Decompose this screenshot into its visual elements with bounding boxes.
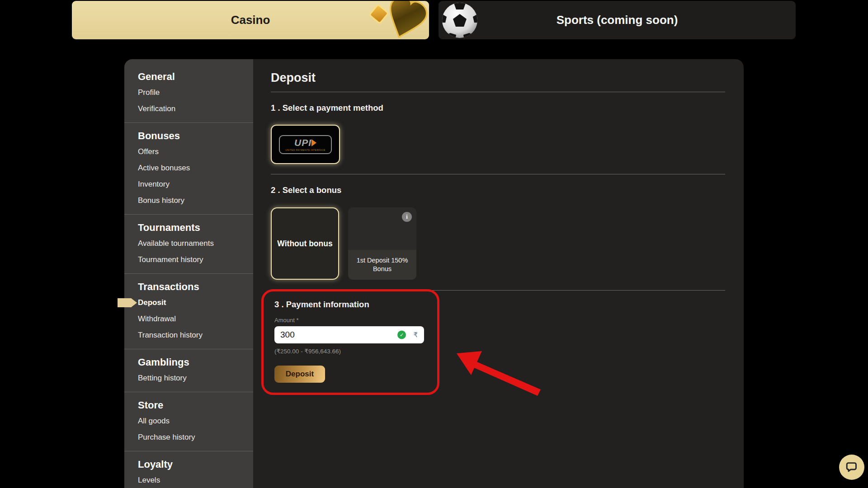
sidebar-section-title: General <box>124 71 253 83</box>
info-icon[interactable]: i <box>402 212 412 222</box>
divider <box>271 92 725 92</box>
step2-heading: 2 . Select a bonus <box>271 185 725 195</box>
step3-heading: 3 . Payment information <box>274 300 426 310</box>
upi-arrow-icon <box>311 139 316 146</box>
chat-launcher-button[interactable] <box>839 455 864 480</box>
divider <box>271 174 725 174</box>
sidebar-item-offers[interactable]: Offers <box>124 144 253 160</box>
tab-casino-label: Casino <box>231 13 270 27</box>
account-panel: General Profile Verification Bonuses Off… <box>124 59 744 488</box>
sidebar-section-general: General Profile Verification <box>124 64 253 122</box>
sidebar-section-title: Loyalty <box>124 459 253 470</box>
tab-sports[interactable]: Sports (coming soon) <box>439 1 796 39</box>
sidebar-item-inventory[interactable]: Inventory <box>124 176 253 192</box>
sidebar-item-verification[interactable]: Verification <box>124 101 253 117</box>
top-tab-bar: Casino <box>0 0 868 41</box>
sidebar-item-profile[interactable]: Profile <box>124 84 253 101</box>
sidebar-section-title: Store <box>124 399 253 411</box>
valid-check-icon: ✓ <box>397 331 406 339</box>
sidebar-item-all-goods[interactable]: All goods <box>124 413 253 429</box>
amount-range-hint: (₹250.00 - ₹956,643.66) <box>274 347 426 355</box>
sidebar-section-tournaments: Tournaments Available tournaments Tourna… <box>124 214 253 273</box>
bonus-option-without-bonus[interactable]: Without bonus <box>271 207 339 280</box>
sidebar-item-withdrawal[interactable]: Withdrawal <box>124 311 253 327</box>
sidebar-section-loyalty: Loyalty Levels Loyalty program <box>124 451 253 488</box>
bonus-option-first-deposit[interactable]: i 1st Deposit 150% Bonus <box>348 207 416 280</box>
deposit-content: Deposit 1 . Select a payment method UPI … <box>253 59 744 488</box>
soccer-ball-icon <box>439 2 480 38</box>
sidebar-section-store: Store All goods Purchase history <box>124 392 253 451</box>
payment-information-highlight: 3 . Payment information Amount * ✓ ₹ (₹2… <box>261 289 439 395</box>
sidebar: General Profile Verification Bonuses Off… <box>124 59 253 488</box>
sidebar-item-tournament-history[interactable]: Tournament history <box>124 252 253 268</box>
sidebar-item-transaction-history[interactable]: Transaction history <box>124 327 253 343</box>
card-suits-icon <box>366 1 429 39</box>
sidebar-item-deposit[interactable]: Deposit <box>124 295 253 311</box>
deposit-submit-button[interactable]: Deposit <box>274 366 325 383</box>
sidebar-section-transactions: Transactions Deposit Withdrawal Transact… <box>124 273 253 349</box>
sidebar-section-title: Gamblings <box>124 357 253 368</box>
amount-label: Amount * <box>274 317 426 324</box>
upi-logo-caption: UNITED PAYMENTS INTERFACE <box>285 149 326 151</box>
sidebar-section-gamblings: Gamblings Betting history <box>124 349 253 392</box>
sidebar-section-title: Tournaments <box>124 222 253 234</box>
active-item-marker-icon <box>118 298 137 307</box>
sidebar-item-levels[interactable]: Levels <box>124 472 253 488</box>
page-title: Deposit <box>271 71 725 85</box>
sidebar-section-title: Bonuses <box>124 130 253 142</box>
bonus-option-label: Without bonus <box>277 239 332 249</box>
sidebar-item-active-bonuses[interactable]: Active bonuses <box>124 160 253 176</box>
bonus-options-row: Without bonus i 1st Deposit 150% Bonus <box>271 207 725 280</box>
chat-bubble-icon <box>845 460 859 474</box>
sidebar-section-bonuses: Bonuses Offers Active bonuses Inventory … <box>124 122 253 214</box>
tab-sports-label: Sports (coming soon) <box>557 13 678 27</box>
amount-field-wrap: ✓ ₹ <box>274 326 424 343</box>
payment-method-upi-card[interactable]: UPI UNITED PAYMENTS INTERFACE <box>271 125 340 164</box>
tab-casino[interactable]: Casino <box>72 1 429 39</box>
bonus-option-label: 1st Deposit 150% Bonus <box>348 250 416 280</box>
currency-rupee-icon: ₹ <box>413 331 418 339</box>
sidebar-section-title: Transactions <box>124 281 253 293</box>
sidebar-item-label: Deposit <box>138 298 166 307</box>
step1-heading: 1 . Select a payment method <box>271 103 725 113</box>
sidebar-item-available-tournaments[interactable]: Available tournaments <box>124 235 253 252</box>
upi-logo: UPI UNITED PAYMENTS INTERFACE <box>279 135 332 154</box>
sidebar-item-purchase-history[interactable]: Purchase history <box>124 429 253 446</box>
sidebar-item-betting-history[interactable]: Betting history <box>124 370 253 386</box>
sidebar-item-bonus-history[interactable]: Bonus history <box>124 192 253 209</box>
upi-logo-text: UPI <box>294 137 311 148</box>
